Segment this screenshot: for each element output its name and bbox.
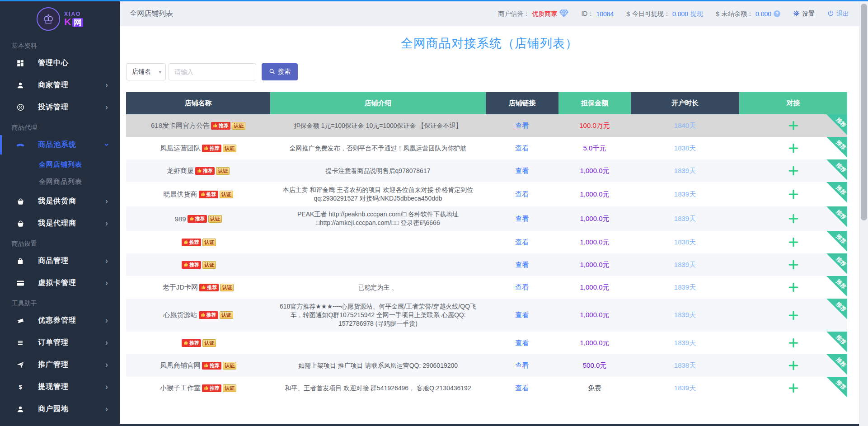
view-link[interactable]: 查看 <box>516 311 529 319</box>
sidebar-item-withdraw-management[interactable]: $ 提现管理 › <box>0 376 120 398</box>
handshake-icon <box>15 140 25 150</box>
view-link[interactable]: 查看 <box>516 215 529 223</box>
chevron-right-icon: › <box>105 382 108 392</box>
recommend-badge: 推荐 <box>202 362 221 370</box>
connect-button[interactable] <box>788 337 799 349</box>
account-age: 1839天 <box>631 167 739 175</box>
top-accent-bar <box>0 0 868 1</box>
sidebar-item-agent[interactable]: 我是代理商 › <box>0 212 120 234</box>
chevron-right-icon: › <box>105 360 108 370</box>
table-header: 店铺名称 店铺介绍 店铺链接 担保金额 开户时长 对接 <box>126 92 847 114</box>
merchant-id: ID： 10084 <box>581 10 614 18</box>
table-row: 老于JD卡网 推荐 认证 已稳定为主 、 查看 1,000.0元 1839天 推… <box>126 276 847 299</box>
page-scrollbar[interactable] <box>859 0 868 426</box>
table-row: 凤凰商铺官网 推荐 认证 如需上架项目 推广项目 请联系凤凰运营QQ: 2906… <box>126 354 847 377</box>
store-name: 晓晨供货商 <box>164 190 197 199</box>
search-input[interactable] <box>169 63 256 80</box>
help-icon[interactable]: ? <box>774 10 780 17</box>
connect-button[interactable] <box>788 360 799 371</box>
certified-badge: 认证 <box>202 239 216 246</box>
view-link[interactable]: 查看 <box>516 261 529 269</box>
certified-badge: 认证 <box>223 145 236 152</box>
sidebar-item-merchant-management[interactable]: 商家管理 › <box>0 74 120 96</box>
connect-button[interactable] <box>788 165 799 177</box>
connect-button[interactable] <box>788 188 799 200</box>
sidebar-item-merchant-garden[interactable]: 商户园地 › <box>0 398 120 420</box>
sidebar-item-product-pool-system[interactable]: 商品池系统 › <box>0 134 120 156</box>
unsettled-balance: $ 未结余额： 0.000 ? <box>716 10 780 18</box>
search-bar: 店铺名 ▾ 搜索 <box>126 63 859 80</box>
account-age: 1839天 <box>631 190 739 199</box>
column-header: 店铺链接 <box>486 92 558 114</box>
account-age: 1840天 <box>631 122 739 130</box>
store-intro: 全网推广免费发布，否则平台不予通过！凤凰运营团队为你护航 <box>270 140 486 156</box>
store-name: 小猴子工作室 <box>160 384 201 393</box>
chevron-right-icon: › <box>105 256 108 266</box>
sidebar-item-order-management[interactable]: 订单管理 › <box>0 332 120 354</box>
sidebar-subitem-product-list[interactable]: 全网商品列表 <box>0 173 120 190</box>
chevron-right-icon: › <box>105 103 108 112</box>
store-name: 凤凰商铺官网 <box>160 361 201 370</box>
dollar-symbol: $ <box>626 10 630 18</box>
column-header: 店铺介绍 <box>270 92 486 114</box>
thumbs-up-icon <box>204 145 209 151</box>
connect-button[interactable] <box>788 259 799 271</box>
recommend-badge: 推荐 <box>202 384 221 392</box>
store-name-cell: 618发卡网官方公告 推荐 认证 <box>126 119 270 133</box>
store-intro: PEAK王者 http://peaknb.cccpan.com/□ 各种软件下载… <box>270 206 486 231</box>
search-filter-select[interactable]: 店铺名 ▾ <box>126 63 166 80</box>
sidebar-item-supplier[interactable]: 我是供货商 › <box>0 190 120 212</box>
merchant-credit-label: 商户信誉： <box>498 10 530 18</box>
table-row: 心愿货源站 推荐 认证 618官方推荐★★★----心愿货源站、何平金鹰/王者荣… <box>126 299 847 332</box>
withdrawable-today: $ 今日可提现： 0.000 提现 <box>626 10 703 18</box>
sidebar-item-promotion-management[interactable]: 推广管理 › <box>0 354 120 376</box>
connect-button[interactable] <box>788 236 799 248</box>
sidebar-group-product-settings: 商品设置 <box>0 234 120 250</box>
view-link[interactable]: 查看 <box>516 339 529 347</box>
view-link[interactable]: 查看 <box>516 190 529 199</box>
view-link[interactable]: 查看 <box>516 361 529 370</box>
logout-button[interactable]: 退出 <box>827 10 849 18</box>
view-link[interactable]: 查看 <box>516 144 529 153</box>
credit-card-icon <box>15 278 25 288</box>
search-icon <box>269 68 275 76</box>
search-button[interactable]: 搜索 <box>262 63 298 80</box>
view-link[interactable]: 查看 <box>516 167 529 175</box>
merchant-credit: 商户信誉： 优质商家 <box>498 9 568 19</box>
bottom-bar <box>120 424 859 426</box>
table-row: 推荐 认证 查看 1,000.0元 1839天 推荐 <box>126 253 847 276</box>
table-row: 推荐 认证 查看 1,000.0元 1838天 推荐 <box>126 231 847 253</box>
connect-button[interactable] <box>788 142 799 154</box>
store-intro <box>270 261 486 268</box>
view-link[interactable]: 查看 <box>516 238 529 247</box>
settings-button[interactable]: 设置 <box>793 10 815 18</box>
merchant-credit-value: 优质商家 <box>532 10 557 18</box>
connect-button[interactable] <box>788 382 799 394</box>
column-header: 开户时长 <box>631 92 739 114</box>
connect-button[interactable] <box>788 281 799 293</box>
sidebar-item-virtual-card-management[interactable]: 虚拟卡管理 › <box>0 272 120 294</box>
connect-button[interactable] <box>788 120 799 131</box>
guarantee-amount: 100.0万元 <box>558 122 631 130</box>
view-link[interactable]: 查看 <box>516 122 529 130</box>
sidebar-item-management-center[interactable]: 管理中心 <box>0 52 120 74</box>
view-link[interactable]: 查看 <box>516 384 529 393</box>
thumbs-up-icon <box>201 285 206 290</box>
connect-button[interactable] <box>788 213 799 225</box>
certified-badge: 认证 <box>220 191 233 198</box>
sidebar-item-product-management[interactable]: 商品管理 › <box>0 250 120 272</box>
sidebar-subitem-store-list[interactable]: 全网店铺列表 <box>0 156 120 173</box>
sidebar-item-complaint-management[interactable]: 投诉管理 › <box>0 96 120 118</box>
dollar-symbol: $ <box>716 10 719 18</box>
account-age: 1838天 <box>631 144 739 153</box>
view-link[interactable]: 查看 <box>516 283 529 292</box>
scrollbar-thumb[interactable] <box>861 4 867 220</box>
store-intro <box>270 339 486 346</box>
logo-avatar-icon: ♔ <box>37 7 60 31</box>
app-logo[interactable]: ♔ XIAO K网 <box>0 1 120 37</box>
connect-button[interactable] <box>788 309 799 321</box>
sidebar-group-product-agency: 商品代理 <box>0 118 120 134</box>
withdraw-link[interactable]: 提现 <box>690 10 703 18</box>
account-age: 1839天 <box>631 283 739 292</box>
sidebar-item-coupon-management[interactable]: 优惠券管理 › <box>0 309 120 332</box>
